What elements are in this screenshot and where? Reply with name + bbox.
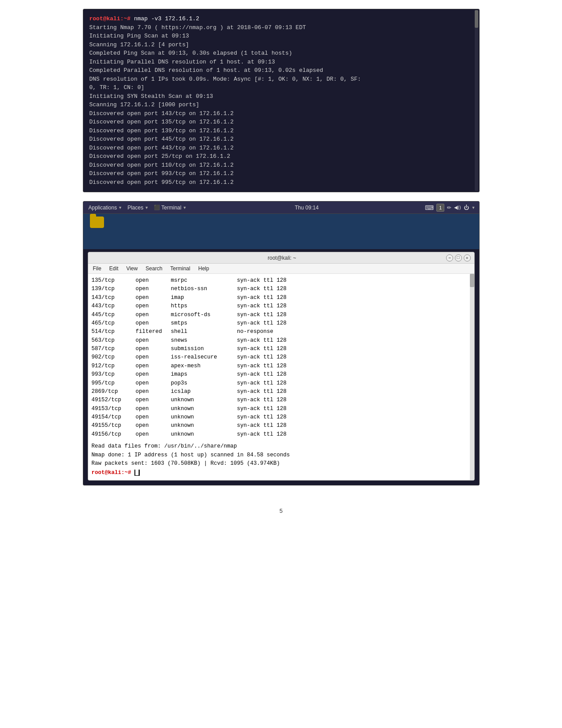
terminal-line-15: Discovered open port 445/tcp on 172.16.1…: [89, 135, 473, 144]
menu-help[interactable]: Help: [197, 265, 211, 272]
badge-number: 1: [439, 205, 442, 210]
taskbar-volume-icon[interactable]: ◀)): [454, 205, 461, 210]
port-row-3: 143/tcpopenimapsyn-ack ttl 128: [92, 294, 471, 302]
terminal-line-8: DNS resolution of 1 IPs took 0.09s. Mode…: [89, 75, 473, 84]
terminal-line-2: Starting Nmap 7.70 ( https://nmap.org ) …: [89, 23, 473, 32]
terminal-scrollbar-thumb[interactable]: [470, 274, 474, 287]
terminal-line-17: Discovered open port 25/tcp on 172.16.1.…: [89, 152, 473, 161]
menu-file[interactable]: File: [92, 265, 103, 272]
terminal-line-6: Initiating Parallel DNS resolution of 1 …: [89, 58, 473, 67]
terminal-line-13: Discovered open port 135/tcp on 172.16.1…: [89, 118, 473, 127]
cmd-1: nmap -v3 172.16.1.2: [134, 15, 199, 22]
taskbar-center: Thu 09:14: [192, 205, 421, 211]
taskbar-num-badge: 1: [436, 204, 444, 212]
footer-line-3: Raw packets sent: 1603 (70.508KB) | Rcvd…: [92, 459, 471, 468]
applications-menu[interactable]: Applications ▼: [87, 204, 124, 212]
terminal-line-16: Discovered open port 443/tcp on 172.16.1…: [89, 144, 473, 153]
prompt-1: root@kali:~#: [89, 15, 134, 22]
applications-label: Applications: [89, 205, 117, 211]
terminal-line-1: root@kali:~# nmap -v3 172.16.1.2: [89, 15, 473, 23]
final-prompt: root@kali:~#: [92, 470, 135, 476]
port-row-5: 445/tcpopenmicrosoft-dssyn-ack ttl 128: [92, 311, 471, 319]
menu-terminal[interactable]: Terminal: [169, 265, 191, 272]
port-row-19: 49156/tcpopenunknownsyn-ack ttl 128: [92, 430, 471, 439]
port-row-6: 465/tcpopensmtpssyn-ack ttl 128: [92, 319, 471, 328]
port-row-12: 993/tcpopenimapssyn-ack ttl 128: [92, 370, 471, 379]
taskbar-time: Thu 09:14: [295, 205, 319, 211]
minimize-button[interactable]: －: [446, 254, 453, 261]
places-label: Places: [127, 205, 143, 211]
port-row-2: 139/tcpopennetbios-ssnsyn-ack ttl 128: [92, 285, 471, 293]
terminal-line-10: Initiating SYN Stealth Scan at 09:13: [89, 92, 473, 101]
places-menu[interactable]: Places ▼: [126, 204, 150, 212]
taskbar-pencil-icon[interactable]: ✏: [447, 205, 451, 211]
terminal-title: root@kali: ~: [118, 255, 446, 261]
desktop-folder[interactable]: [86, 217, 108, 228]
menu-edit[interactable]: Edit: [108, 265, 120, 272]
terminal-line-20: Discovered open port 995/tcp on 172.16.1…: [89, 178, 473, 187]
terminal-scrollbar[interactable]: [470, 274, 474, 480]
places-arrow: ▼: [145, 205, 149, 210]
footer-line-2: Nmap done: 1 IP address (1 host up) scan…: [92, 451, 471, 459]
page-number: 5: [83, 499, 480, 523]
menu-search[interactable]: Search: [144, 265, 164, 272]
terminal-menu[interactable]: ⬛ Terminal ▼: [152, 204, 188, 212]
page-container: root@kali:~# nmap -v3 172.16.1.2 Startin…: [83, 9, 480, 523]
final-prompt-line: root@kali:~# █: [92, 469, 471, 477]
port-row-15: 49152/tcpopenunknownsyn-ack ttl 128: [92, 396, 471, 404]
cursor-block: █: [134, 470, 140, 476]
menu-view[interactable]: View: [125, 265, 139, 272]
terminal-line-5: Completed Ping Scan at 09:13, 0.30s elap…: [89, 49, 473, 58]
terminal-line-3: Initiating Ping Scan at 09:13: [89, 32, 473, 41]
terminal-dark-window: root@kali:~# nmap -v3 172.16.1.2 Startin…: [83, 9, 480, 192]
taskbar-right: ⌨ 1 ✏ ◀)) ⏻ ▼: [425, 204, 475, 212]
terminal-body: 135/tcpopenmsrpcsyn-ack ttl 128 139/tcpo…: [88, 274, 474, 480]
terminal-line-12: Discovered open port 143/tcp on 172.16.1…: [89, 109, 473, 118]
terminal-menubar: File Edit View Search Terminal Help: [88, 264, 474, 274]
close-button[interactable]: ✕: [464, 254, 471, 261]
taskbar-left: Applications ▼ Places ▼ ⬛ Terminal ▼: [87, 204, 189, 212]
terminal-menu-icon: ⬛: [154, 205, 160, 210]
terminal-line-4: Scanning 172.16.1.2 [4 ports]: [89, 41, 473, 49]
terminal-line-11: Scanning 172.16.1.2 [1000 ports]: [89, 101, 473, 109]
port-row-17: 49154/tcpopenunknownsyn-ack ttl 128: [92, 413, 471, 422]
taskbar-keyboard-icon: ⌨: [425, 204, 434, 211]
port-row-4: 443/tcpopenhttpssyn-ack ttl 128: [92, 302, 471, 310]
port-row-16: 49153/tcpopenunknownsyn-ack ttl 128: [92, 405, 471, 413]
scrollbar-1[interactable]: [475, 10, 478, 191]
port-row-11: 912/tcpopenapex-meshsyn-ack ttl 128: [92, 362, 471, 370]
kali-taskbar: Applications ▼ Places ▼ ⬛ Terminal ▼ Thu…: [83, 202, 479, 214]
port-row-8: 563/tcpopensnewssyn-ack ttl 128: [92, 336, 471, 345]
port-row-1: 135/tcpopenmsrpcsyn-ack ttl 128: [92, 276, 471, 285]
taskbar-power-icon[interactable]: ⏻: [464, 205, 469, 211]
terminal-line-19: Discovered open port 993/tcp on 172.16.1…: [89, 169, 473, 178]
terminal-line-9: 0, TR: 1, CN: 0]: [89, 83, 473, 92]
terminal-window-2: root@kali: ~ － □ ✕ File Edit View Search…: [88, 252, 475, 481]
port-row-9: 587/tcpopensubmissionsyn-ack ttl 128: [92, 345, 471, 353]
kali-desktop: Applications ▼ Places ▼ ⬛ Terminal ▼ Thu…: [83, 201, 480, 485]
desktop-content: [83, 214, 479, 249]
terminal-line-7: Completed Parallel DNS resolution of 1 h…: [89, 66, 473, 75]
spacer: [92, 439, 471, 442]
terminal-menu-label: Terminal: [161, 205, 181, 211]
terminal-line-14: Discovered open port 139/tcp on 172.16.1…: [89, 127, 473, 135]
port-row-14: 2869/tcpopenicslapsyn-ack ttl 128: [92, 388, 471, 396]
terminal-dark-content: root@kali:~# nmap -v3 172.16.1.2 Startin…: [89, 15, 473, 187]
port-row-18: 49155/tcpopenunknownsyn-ack ttl 128: [92, 422, 471, 430]
footer-line-1: Read data files from: /usr/bin/../share/…: [92, 442, 471, 451]
taskbar-power-arrow[interactable]: ▼: [472, 205, 476, 210]
folder-icon: [90, 217, 104, 228]
terminal-titlebar: root@kali: ~ － □ ✕: [88, 252, 474, 264]
terminal-menu-arrow: ▼: [182, 205, 186, 210]
maximize-button[interactable]: □: [455, 254, 462, 261]
applications-arrow: ▼: [118, 205, 122, 210]
port-row-10: 902/tcpopeniss-realsecuresyn-ack ttl 128: [92, 353, 471, 362]
terminal-line-18: Discovered open port 110/tcp on 172.16.1…: [89, 161, 473, 170]
port-row-13: 995/tcpopenpop3ssyn-ack ttl 128: [92, 379, 471, 388]
scrollbar-thumb-1[interactable]: [475, 10, 478, 28]
port-row-7: 514/tcpfilteredshellno-response: [92, 328, 471, 336]
terminal-controls: － □ ✕: [446, 254, 471, 261]
